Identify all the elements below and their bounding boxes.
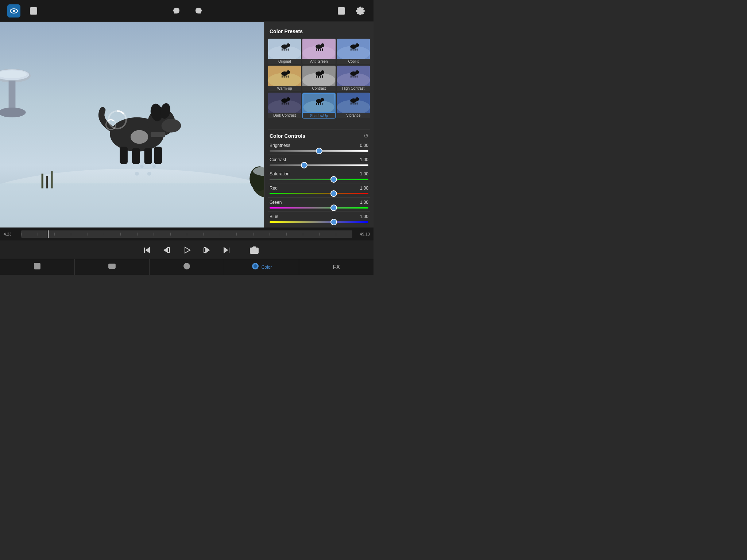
crop-tool-button[interactable] [0,259,75,275]
saturation-label: Saturation [270,171,290,176]
svg-rect-101 [322,103,322,105]
timeline-marks [21,230,352,238]
svg-rect-50 [316,48,317,51]
redo-button[interactable] [193,5,205,17]
brightness-track [270,150,368,152]
tick-6 [104,233,120,236]
preset-cool-it[interactable]: Cool-it [337,39,370,64]
green-track [270,207,368,209]
blue-track [270,221,368,223]
color-tool-button[interactable]: Color [224,259,299,275]
top-bar-left [7,4,39,18]
color-label: Color [262,265,272,270]
step-fwd-button[interactable] [202,246,211,254]
preset-thumb-shadow-up [303,93,335,113]
color-controls-title: Color Controls [270,133,305,139]
preset-dark-contrast[interactable]: Dark Contrast [268,93,301,119]
preset-warm-up[interactable]: Warm-up [268,66,301,91]
blue-thumb[interactable] [330,219,337,225]
tick-13 [220,233,236,236]
preset-thumb-anti-green [302,39,335,59]
preset-vibrance[interactable]: Vibrance [337,93,370,119]
blue-label: Blue [270,214,278,219]
tick-3 [54,233,71,236]
reset-button[interactable]: ↺ [364,132,368,139]
preset-original[interactable]: Original [268,39,301,64]
svg-point-65 [286,70,290,74]
contrast-thumb[interactable] [301,162,307,168]
tick-11 [187,233,203,236]
preset-label-dark-contrast: Dark Contrast [268,113,301,118]
preset-label-contrast: Contrast [302,86,335,91]
svg-point-81 [355,70,359,74]
green-row: Green 1.00 [268,198,370,212]
svg-rect-31 [46,176,48,188]
red-label: Red [270,186,278,191]
brightness-thumb[interactable] [316,148,322,154]
svg-rect-20 [120,147,127,164]
contrast-label-row: Contrast 1.00 [270,157,368,162]
presets-title-text: Color Presets [270,28,303,34]
green-thumb[interactable] [330,205,337,211]
step-back-button[interactable] [162,246,171,254]
svg-rect-53 [322,48,323,51]
skip-fwd-button[interactable] [222,246,231,254]
preset-contrast[interactable]: Contrast [302,66,335,91]
tick-15 [253,233,270,236]
saturation-thumb[interactable] [330,176,337,183]
playback-bar [0,241,374,259]
red-track [270,193,368,194]
red-row: Red 1.00 [268,183,370,198]
settings-button[interactable] [355,5,366,17]
svg-point-89 [286,97,290,101]
export-button[interactable] [336,5,347,17]
main-content: Color Presets [0,22,374,228]
brightness-label: Brightness [270,143,290,148]
video-area [0,22,264,228]
preset-anti-green[interactable]: Anti-Green [302,39,335,64]
preset-thumb-original [268,39,301,59]
timeline-playhead[interactable] [48,230,49,238]
skip-back-button[interactable] [143,246,151,254]
play-button[interactable] [182,245,191,255]
tick-4 [71,233,87,236]
timeline-track[interactable] [21,230,352,238]
svg-rect-93 [288,102,289,105]
red-thumb[interactable] [330,190,337,197]
trim-tool-button[interactable] [75,259,150,275]
svg-rect-74 [316,75,317,78]
svg-rect-51 [318,49,319,51]
svg-rect-84 [355,76,356,78]
svg-rect-44 [286,49,287,51]
svg-point-105 [355,97,359,101]
color-controls-header: Color Controls ↺ [268,129,370,141]
saturation-label-row: Saturation 1.00 [270,171,368,176]
presets-grid: Original [268,37,370,120]
preset-shadow-up[interactable]: ShadowUp [302,93,335,119]
blue-value: 1.00 [360,214,368,219]
brightness-label-row: Brightness 0.00 [270,143,368,148]
svg-point-123 [253,249,256,252]
svg-rect-99 [318,103,319,105]
preset-high-contrast[interactable]: High Contrast [337,66,370,91]
undo-button[interactable] [170,5,182,17]
svg-rect-66 [282,75,283,78]
saturation-track [270,179,368,180]
tick-2 [38,233,54,236]
tick-5 [88,233,104,236]
svg-rect-92 [286,103,287,105]
svg-rect-109 [356,102,357,105]
blue-label-row: Blue 1.00 [270,214,368,219]
svg-rect-22 [144,148,152,164]
svg-marker-116 [185,247,190,253]
tick-8 [137,233,154,236]
screenshot-button[interactable] [250,246,259,254]
app-icon [7,4,20,18]
saturation-value: 1.00 [360,171,368,176]
speed-tool-button[interactable] [150,259,224,275]
import-button[interactable] [28,5,39,17]
speed-icon [183,262,191,272]
tick-1 [21,233,38,236]
fx-tool-button[interactable]: FX [299,259,374,275]
svg-rect-61 [356,48,357,51]
